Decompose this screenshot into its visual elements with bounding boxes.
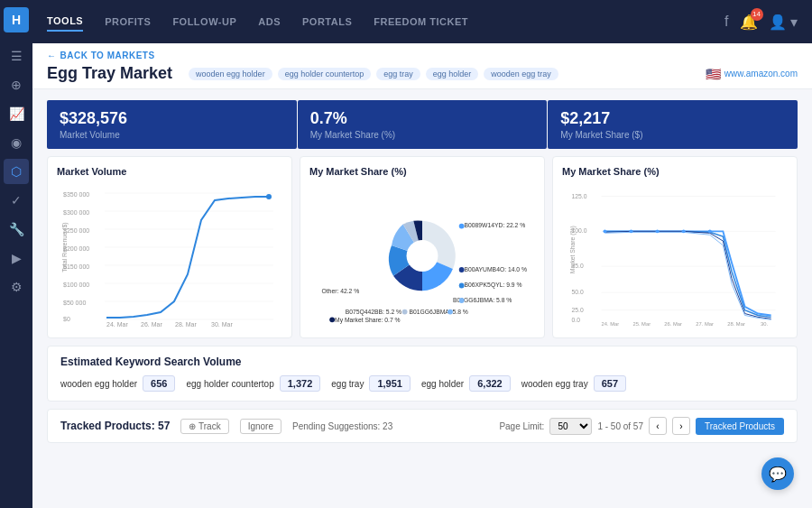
keyword-count-0: 656: [143, 375, 175, 392]
user-icon[interactable]: 👤 ▾: [769, 14, 798, 31]
keyword-count-1: 1,372: [280, 375, 321, 392]
svg-text:Other: 42.2 %: Other: 42.2 %: [321, 288, 359, 294]
svg-text:My Market Share: 0.7 %: My Market Share: 0.7 %: [335, 317, 401, 324]
amazon-link[interactable]: 🇺🇸 www.amazon.com: [706, 67, 798, 81]
pending-suggestions: Pending Suggestions: 23: [292, 421, 392, 431]
svg-text:28. Mar: 28. Mar: [727, 321, 745, 327]
keyword-name-3: egg holder: [421, 379, 464, 389]
arrow-left-icon: ←: [47, 51, 57, 60]
nav-freedom[interactable]: FREEDOM TICKET: [374, 13, 468, 31]
app-logo[interactable]: H: [4, 7, 29, 32]
keyword-item-0: wooden egg holder 656: [60, 375, 175, 392]
keyword-name-0: wooden egg holder: [60, 379, 137, 389]
keyword-item-2: egg tray 1,951: [331, 375, 411, 392]
back-to-markets[interactable]: ← BACK TO MARKETS: [47, 51, 798, 60]
svg-text:30. Mar: 30. Mar: [211, 321, 233, 328]
ignore-button[interactable]: Ignore: [240, 419, 281, 434]
svg-point-33: [459, 267, 465, 272]
svg-text:26. Mar: 26. Mar: [664, 321, 682, 327]
sidebar-icon-3[interactable]: ◉: [4, 130, 29, 155]
tag-4[interactable]: wooden egg tray: [484, 68, 558, 80]
page-limit-label: Page Limit:: [499, 421, 544, 431]
svg-point-32: [459, 224, 465, 229]
svg-text:25.0: 25.0: [572, 307, 584, 313]
page-controls: Page Limit: 50 25 100 1 - 50 of 57 ‹ › T…: [499, 417, 784, 435]
nav-followup[interactable]: FOLLOW-UP: [172, 13, 236, 31]
svg-text:$100 000: $100 000: [63, 282, 89, 288]
page-limit-select[interactable]: 50 25 100: [549, 418, 592, 435]
keyword-name-1: egg holder countertop: [186, 379, 273, 389]
sidebar-icon-2[interactable]: 📈: [4, 101, 29, 126]
sidebar-icon-1[interactable]: ⊕: [4, 72, 29, 97]
next-page-button[interactable]: ›: [672, 417, 690, 435]
nav-profits[interactable]: PROFITS: [105, 13, 151, 31]
svg-text:B06XPK5QYL: 9.9 %: B06XPK5QYL: 9.9 %: [465, 282, 522, 289]
svg-text:50.0: 50.0: [572, 289, 584, 295]
track-button[interactable]: ⊕ Track: [180, 419, 228, 434]
svg-text:125.0: 125.0: [572, 193, 587, 199]
nav-portals[interactable]: PORTALS: [302, 13, 352, 31]
keyword-item-4: wooden egg tray 657: [521, 375, 626, 392]
keyword-tags: wooden egg holder egg holder countertop …: [189, 68, 558, 80]
page-info: 1 - 50 of 57: [597, 421, 643, 431]
stat-value-1: 0.7%: [310, 109, 535, 128]
top-nav: TOOLS TOOLS PROFITS FOLLOW-UP ADS PORTAL…: [32, 0, 812, 43]
svg-text:0.0: 0.0: [572, 317, 581, 323]
svg-text:Market Share (%): Market Share (%): [569, 226, 577, 273]
stat-market-share-pct: 0.7% My Market Share (%): [298, 100, 548, 149]
tracked-title: Tracked Products: 57: [60, 420, 170, 432]
svg-point-52: [656, 229, 660, 233]
keyword-count-2: 1,951: [369, 375, 411, 392]
prev-page-button[interactable]: ‹: [649, 417, 667, 435]
main-content: TOOLS TOOLS PROFITS FOLLOW-UP ADS PORTAL…: [32, 0, 812, 508]
facebook-icon[interactable]: f: [724, 14, 728, 30]
sidebar-icon-5[interactable]: ✓: [4, 188, 29, 213]
keyword-name-2: egg tray: [331, 379, 364, 389]
sidebar-icon-7[interactable]: ▶: [4, 245, 29, 271]
svg-text:24. Mar: 24. Mar: [106, 321, 128, 328]
sidebar-icon-6[interactable]: 🔧: [4, 217, 29, 242]
stat-value-0: $328,576: [60, 109, 284, 128]
sidebar-icon-8[interactable]: ⚙: [4, 274, 29, 300]
tracked-products-button[interactable]: Tracked Products: [696, 418, 784, 435]
tag-2[interactable]: egg tray: [376, 68, 420, 80]
page-header: ← BACK TO MARKETS Egg Tray Market wooden…: [32, 43, 812, 89]
chat-button[interactable]: 💬: [761, 457, 794, 490]
bell-icon[interactable]: 🔔 14: [740, 14, 758, 31]
svg-text:B075Q442BB: 5.2 %: B075Q442BB: 5.2 %: [346, 309, 401, 316]
svg-point-54: [708, 229, 712, 233]
svg-text:Total Revenue ($): Total Revenue ($): [61, 222, 69, 272]
sidebar-icon-4[interactable]: ⬡: [4, 159, 29, 184]
svg-text:$50 000: $50 000: [63, 300, 86, 306]
page-title-row: Egg Tray Market wooden egg holder egg ho…: [47, 64, 798, 88]
svg-point-51: [630, 229, 633, 233]
svg-text:$300 000: $300 000: [63, 209, 89, 216]
market-share-chart-area: 125.0 100.0 75.0 50.0 25.0 0.0: [562, 184, 788, 328]
sidebar-icon-0[interactable]: ☰: [4, 43, 29, 69]
svg-point-50: [603, 229, 606, 233]
svg-point-35: [459, 298, 465, 303]
svg-point-53: [682, 229, 686, 233]
keyword-section: Estimated Keyword Search Volume wooden e…: [47, 346, 798, 402]
charts-row: Market Volume $350 000 $300 000 $250 000…: [47, 156, 798, 338]
chart-title-0: Market Volume: [57, 166, 282, 177]
tag-3[interactable]: egg holder: [426, 68, 479, 80]
stat-label-2: My Market Share ($): [560, 130, 785, 140]
svg-text:27. Mar: 27. Mar: [696, 321, 714, 327]
tag-0[interactable]: wooden egg holder: [189, 68, 272, 80]
nav-ads[interactable]: ADS: [258, 13, 281, 31]
svg-text:B01GG6JBMA: 5.8 %: B01GG6JBMA: 5.8 %: [409, 309, 467, 315]
svg-point-37: [448, 309, 453, 315]
svg-point-38: [329, 317, 335, 322]
market-volume-chart-area: $350 000 $300 000 $250 000 $200 000 $150…: [57, 184, 282, 328]
keyword-count-3: 6,322: [469, 375, 511, 392]
nav-links: TOOLS TOOLS PROFITS FOLLOW-UP ADS PORTAL…: [47, 12, 468, 32]
svg-text:B00AYUMB4O: 14.0 %: B00AYUMB4O: 14.0 %: [465, 266, 527, 272]
stat-label-0: Market Volume: [60, 130, 284, 140]
nav-tools-active[interactable]: TOOLS: [47, 12, 83, 32]
svg-text:B0089W14YD: 22.2 %: B0089W14YD: 22.2 %: [465, 222, 526, 228]
keyword-name-4: wooden egg tray: [521, 379, 588, 389]
svg-text:$350 000: $350 000: [63, 191, 89, 198]
tag-1[interactable]: egg holder countertop: [278, 68, 372, 80]
keyword-section-title: Estimated Keyword Search Volume: [60, 356, 784, 368]
